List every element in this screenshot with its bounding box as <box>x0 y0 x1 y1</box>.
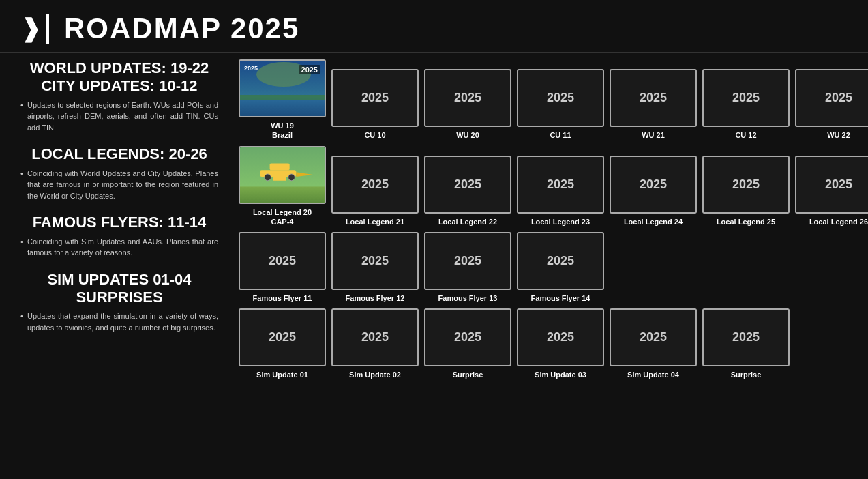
card-label-ll21: Local Legend 21 <box>346 217 404 227</box>
card-label-ll20: Local Legend 20CAP-4 <box>253 207 312 227</box>
svg-text:2025: 2025 <box>244 65 258 72</box>
grid-item-su03: 2025 Sim Update 03 <box>517 308 604 379</box>
local-legends-grid-row: Local Legend 20CAP-4 2025 Local Legend 2… <box>239 146 868 227</box>
card-ll26: 2025 <box>795 156 868 214</box>
card-year-ff11: 2025 <box>269 254 296 268</box>
wu19-landscape-svg: 2025 <box>240 61 326 117</box>
grid-item-cu12: 2025 CU 12 <box>702 69 790 140</box>
wu19-image: 2025 <box>240 61 325 116</box>
card-label-surprise2: Surprise <box>731 370 762 379</box>
card-year-ll23: 2025 <box>547 177 574 192</box>
svg-rect-9 <box>270 163 290 170</box>
sidebar-local-legends-desc: Coinciding with World Updates and City U… <box>20 168 218 202</box>
grid-item-ff14: 2025 Famous Flyer 14 <box>517 232 604 303</box>
svg-rect-2 <box>240 98 326 117</box>
pipe-divider <box>46 14 49 44</box>
grid-item-cu10: 2025 CU 10 <box>331 69 419 140</box>
grid-item-su02: 2025 Sim Update 02 <box>331 308 419 379</box>
sidebar-world-updates-title: WORLD UPDATES: 19-22CITY UPDATES: 10-12 <box>20 59 218 96</box>
main-content: WORLD UPDATES: 19-22CITY UPDATES: 10-12 … <box>0 53 868 392</box>
card-label-ll24: Local Legend 24 <box>624 217 683 227</box>
card-year-ff12: 2025 <box>361 254 389 268</box>
svg-point-11 <box>265 174 271 181</box>
card-year-wu20: 2025 <box>454 91 481 105</box>
sidebar-famous-flyers-title: FAMOUS FLYERS: 11-14 <box>20 214 218 231</box>
grid-item-ll20: Local Legend 20CAP-4 <box>239 146 326 227</box>
card-ff12: 2025 <box>331 232 419 290</box>
card-label-su03: Sim Update 03 <box>535 370 586 379</box>
card-su02: 2025 <box>331 308 419 366</box>
sidebar-section-local-legends: LOCAL LEGENDS: 20-26 Coinciding with Wor… <box>20 145 218 201</box>
grid-item-wu21: 2025 WU 21 <box>610 69 697 140</box>
card-label-wu20: WU 20 <box>456 130 479 140</box>
card-year-surprise1: 2025 <box>454 330 481 345</box>
card-label-wu21: WU 21 <box>642 130 665 140</box>
card-ll24: 2025 <box>610 156 697 214</box>
grid-item-su01: 2025 Sim Update 01 <box>239 308 326 379</box>
card-year-wu21: 2025 <box>640 91 667 105</box>
svg-rect-10 <box>273 177 286 181</box>
grid-item-wu20: 2025 WU 20 <box>424 69 511 140</box>
logo: ❱ <box>20 14 55 44</box>
grid-area: 2025 WU 19Brazil 2025 CU 10 <box>239 59 868 386</box>
svg-point-12 <box>288 174 295 181</box>
card-su03: 2025 <box>517 308 604 366</box>
page-title: ROADMAP 2025 <box>64 12 299 45</box>
sim-updates-grid-row: 2025 Sim Update 01 2025 Sim Update 02 20… <box>239 308 868 379</box>
card-year-ff14: 2025 <box>547 254 574 268</box>
sidebar-famous-flyers-desc: Coinciding with Sim Updates and AAUs. Pl… <box>20 236 218 259</box>
card-year-ll21: 2025 <box>361 177 389 192</box>
grid-item-wu19: 2025 WU 19Brazil <box>239 59 326 141</box>
card-ll21: 2025 <box>331 156 419 214</box>
world-updates-grid-row: 2025 WU 19Brazil 2025 CU 10 <box>239 59 868 141</box>
card-label-wu22: WU 22 <box>827 130 850 140</box>
card-label-ff11: Famous Flyer 11 <box>253 293 312 303</box>
card-year-ff13: 2025 <box>454 254 481 268</box>
card-cu11: 2025 <box>517 69 604 127</box>
grid-item-ll21: 2025 Local Legend 21 <box>331 156 419 227</box>
card-label-surprise1: Surprise <box>453 370 483 379</box>
grid-item-ll25: 2025 Local Legend 25 <box>702 156 790 227</box>
card-year-su04: 2025 <box>640 330 667 345</box>
card-label-su02: Sim Update 02 <box>349 370 401 379</box>
grid-item-surprise2: 2025 Surprise <box>702 308 790 379</box>
sidebar-section-world-updates: WORLD UPDATES: 19-22CITY UPDATES: 10-12 … <box>20 59 218 133</box>
famous-flyers-items: 2025 Famous Flyer 11 2025 Famous Flyer 1… <box>239 232 868 303</box>
grid-item-ff13: 2025 Famous Flyer 13 <box>424 232 511 303</box>
card-label-cu11: CU 11 <box>550 130 571 140</box>
chevron-icon: ❱ <box>20 16 41 41</box>
svg-rect-6 <box>240 186 325 203</box>
card-cu10: 2025 <box>331 69 419 127</box>
card-label-wu19: WU 19Brazil <box>271 121 294 141</box>
header: ❱ ROADMAP 2025 <box>0 0 868 53</box>
ll20-plane-svg <box>240 146 325 204</box>
sidebar-local-legends-title: LOCAL LEGENDS: 20-26 <box>20 145 218 163</box>
grid-item-wu22: 2025 WU 22 <box>795 69 868 140</box>
card-cu12: 2025 <box>702 69 790 127</box>
card-year-ll26: 2025 <box>825 177 852 192</box>
svg-rect-3 <box>240 95 326 100</box>
card-wu21: 2025 <box>610 69 697 127</box>
card-label-ff13: Famous Flyer 13 <box>438 293 498 303</box>
card-su04: 2025 <box>610 308 697 366</box>
card-ll22: 2025 <box>424 156 511 214</box>
sidebar-section-sim-updates: SIM UPDATES 01-04SURPRISES Updates that … <box>20 271 218 334</box>
card-year-ll22: 2025 <box>454 177 481 192</box>
card-label-cu12: CU 12 <box>735 130 756 140</box>
card-year-wu22: 2025 <box>825 91 852 105</box>
card-year-cu11: 2025 <box>547 91 574 105</box>
card-year-surprise2: 2025 <box>732 330 760 345</box>
card-ff14: 2025 <box>517 232 604 290</box>
card-surprise1: 2025 <box>424 308 511 366</box>
grid-item-surprise1: 2025 Surprise <box>424 308 511 379</box>
grid-item-ll26: 2025 Local Legend 26 <box>795 156 868 227</box>
sidebar-section-famous-flyers: FAMOUS FLYERS: 11-14 Coinciding with Sim… <box>20 214 218 258</box>
svg-point-1 <box>256 62 311 87</box>
grid-item-ll24: 2025 Local Legend 24 <box>610 156 697 227</box>
grid-item-ll22: 2025 Local Legend 22 <box>424 156 511 227</box>
card-label-ll26: Local Legend 26 <box>809 217 868 227</box>
card-year-ll25: 2025 <box>732 177 760 192</box>
card-ll23: 2025 <box>517 156 604 214</box>
grid-item-ff12: 2025 Famous Flyer 12 <box>331 232 419 303</box>
card-surprise2: 2025 <box>702 308 790 366</box>
